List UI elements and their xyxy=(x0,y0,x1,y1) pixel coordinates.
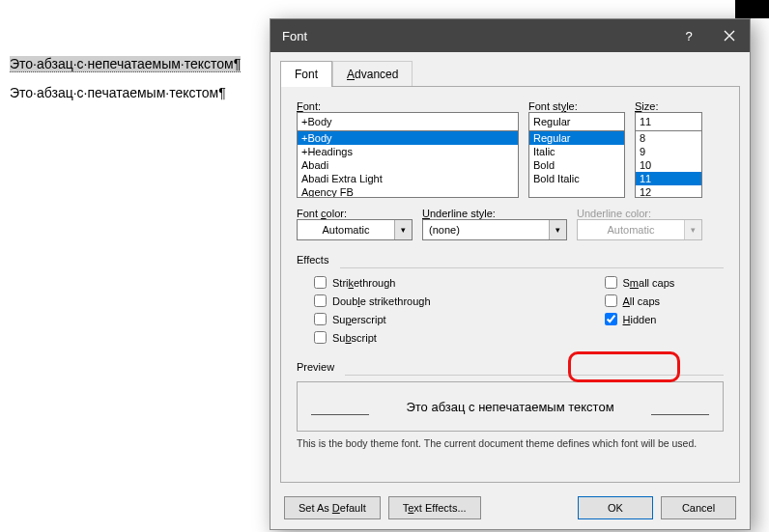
tab-strip: Font Advanced xyxy=(271,52,750,86)
list-item[interactable]: 8 xyxy=(636,131,701,145)
size-label: Size: xyxy=(635,100,702,112)
style-label: Font style: xyxy=(528,100,625,112)
preview-box: Это абзац с непечатаемым текстом xyxy=(297,381,724,432)
tab-advanced[interactable]: Advanced xyxy=(332,61,413,87)
dialog-button-bar: Set As Default Text Effects... OK Cancel xyxy=(271,490,750,529)
font-listbox[interactable]: +Body +Headings Abadi Abadi Extra Light … xyxy=(297,130,519,198)
preview-group-label: Preview xyxy=(297,361,724,373)
checkbox-double-strikethrough[interactable]: Double strikethrough xyxy=(314,294,431,307)
style-listbox[interactable]: Regular Italic Bold Bold Italic xyxy=(528,130,625,198)
checkbox-hidden[interactable]: Hidden xyxy=(605,313,675,325)
text-effects-button[interactable]: Text Effects... xyxy=(388,496,481,519)
font-input[interactable] xyxy=(297,112,519,131)
size-input[interactable] xyxy=(635,112,702,131)
size-listbox[interactable]: 8 9 10 11 12 xyxy=(635,130,702,198)
underline-style-label: Underline style: xyxy=(422,208,567,219)
list-item[interactable]: 10 xyxy=(636,158,701,172)
list-item[interactable]: Bold Italic xyxy=(529,172,624,185)
close-icon xyxy=(724,30,735,42)
dark-strip xyxy=(735,0,769,18)
checkbox-subscript[interactable]: Subscript xyxy=(314,331,431,344)
list-item[interactable]: +Headings xyxy=(298,145,518,158)
underline-style-dropdown[interactable]: (none) ▾ xyxy=(422,219,567,240)
font-color-label: Font color: xyxy=(297,208,413,219)
list-item[interactable]: +Body xyxy=(298,131,518,145)
effects-group-label: Effects xyxy=(297,254,724,266)
chevron-down-icon: ▾ xyxy=(394,220,412,239)
close-button[interactable] xyxy=(709,19,750,52)
checkbox-strikethrough[interactable]: Strikethrough xyxy=(314,276,431,289)
ok-button[interactable]: OK xyxy=(578,496,653,519)
list-item[interactable]: Abadi xyxy=(298,158,518,172)
list-item[interactable]: Regular xyxy=(529,131,624,145)
underline-color-dropdown: Automatic ▾ xyxy=(577,219,702,240)
list-item[interactable]: 9 xyxy=(636,145,701,158)
style-input[interactable] xyxy=(528,112,625,131)
tab-font[interactable]: Font xyxy=(280,61,332,87)
list-item[interactable]: Agency FB xyxy=(298,185,518,198)
list-item[interactable]: Bold xyxy=(529,158,624,172)
font-color-dropdown[interactable]: Automatic ▾ xyxy=(297,219,413,240)
font-dialog: Font ? Font Advanced Font: +Body +Headin… xyxy=(270,18,751,530)
font-label: Font: xyxy=(297,100,519,112)
chevron-down-icon: ▾ xyxy=(549,220,566,239)
preview-text: Это абзац с непечатаемым текстом xyxy=(406,400,613,414)
font-tab-panel: Font: +Body +Headings Abadi Abadi Extra … xyxy=(280,86,740,483)
doc-line-1: Это·абзац·с·непечатаемым·текстом¶ xyxy=(10,56,241,71)
list-item[interactable]: Abadi Extra Light xyxy=(298,172,518,185)
preview-description: This is the body theme font. The current… xyxy=(297,437,724,449)
list-item[interactable]: 12 xyxy=(636,185,701,198)
chevron-down-icon: ▾ xyxy=(684,220,701,239)
checkbox-small-caps[interactable]: Small caps xyxy=(605,276,675,289)
list-item[interactable]: Italic xyxy=(529,145,624,158)
doc-line-2: Это·абзац·с·печатаемым·текстом¶ xyxy=(10,85,226,100)
underline-color-label: Underline color: xyxy=(577,208,702,219)
dialog-titlebar: Font ? xyxy=(271,19,750,52)
help-button[interactable]: ? xyxy=(669,19,709,52)
cancel-button[interactable]: Cancel xyxy=(661,496,736,519)
list-item[interactable]: 11 xyxy=(636,172,701,185)
checkbox-superscript[interactable]: Superscript xyxy=(314,313,431,325)
set-as-default-button[interactable]: Set As Default xyxy=(284,496,381,519)
dialog-title: Font xyxy=(282,29,307,43)
checkbox-all-caps[interactable]: All caps xyxy=(605,294,675,307)
